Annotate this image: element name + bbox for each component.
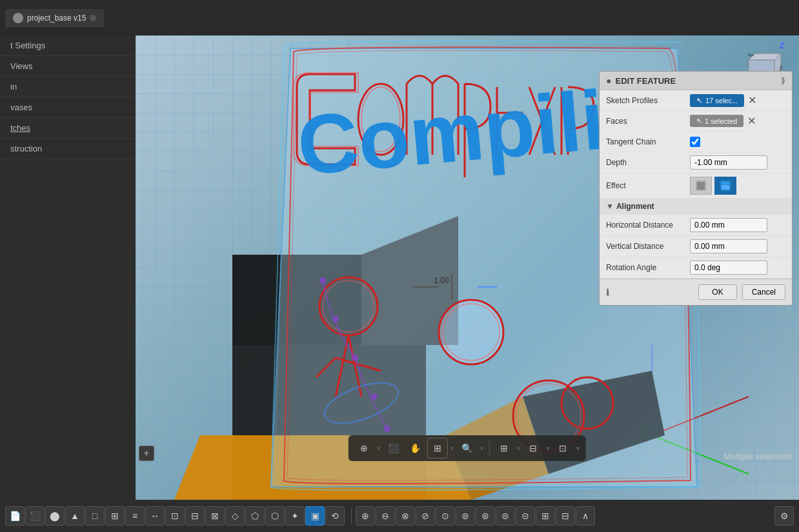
tool-box[interactable]: □ xyxy=(85,506,105,526)
svg-rect-42 xyxy=(697,182,705,190)
sidebar-item-views[interactable]: Views xyxy=(0,56,136,77)
faces-clear-btn[interactable]: ✕ xyxy=(746,115,757,127)
panel-expand-icon[interactable]: ● xyxy=(606,75,611,86)
zoom-btn[interactable]: 🔍 xyxy=(457,438,478,458)
svg-text:Top: Top xyxy=(747,53,754,57)
tool-pentagon[interactable]: ⬠ xyxy=(245,506,265,526)
zoom-arrow[interactable]: ▼ xyxy=(479,445,485,452)
tool-array[interactable]: ⊡ xyxy=(165,506,185,526)
tool-star[interactable]: ✦ xyxy=(285,506,305,526)
project-tab[interactable]: project_base v15 xyxy=(5,9,104,27)
tool-boolean[interactable]: ⊠ xyxy=(205,506,225,526)
tool-r3[interactable]: ⊗ xyxy=(396,506,415,526)
sketch-profiles-value: 17 selec... xyxy=(705,97,738,104)
tool-mirror[interactable]: ⊟ xyxy=(185,506,205,526)
tool-r6[interactable]: ⊚ xyxy=(456,506,475,526)
tool-active[interactable]: ▣ xyxy=(305,506,325,526)
tool-cube[interactable]: ⬛ xyxy=(25,506,45,526)
effect-btn-1[interactable] xyxy=(690,177,712,195)
faces-btn[interactable]: ↖ 1 selected xyxy=(690,115,743,127)
depth-control xyxy=(690,155,785,170)
depth-label: Depth xyxy=(606,158,690,167)
rotation-angle-row: Rotation Angle xyxy=(600,257,792,279)
tool-r1[interactable]: ⊕ xyxy=(356,506,375,526)
sidebar-item-in[interactable]: in xyxy=(0,77,136,97)
add-button[interactable]: + xyxy=(139,446,154,461)
snap-arrow[interactable]: ▼ xyxy=(545,445,551,452)
alignment-collapse-icon[interactable]: ▼ xyxy=(606,202,614,211)
tool-r9[interactable]: ⊝ xyxy=(516,506,535,526)
cancel-button[interactable]: Cancel xyxy=(742,284,785,300)
faces-value: 1 selected xyxy=(705,117,737,125)
tangent-chain-control xyxy=(690,137,785,147)
ok-button[interactable]: OK xyxy=(698,284,736,300)
tool-r4[interactable]: ⊘ xyxy=(416,506,435,526)
depth-input[interactable] xyxy=(690,155,767,170)
svg-text:1.00: 1.00 xyxy=(434,276,449,285)
tool-r8[interactable]: ⊜ xyxy=(496,506,515,526)
svg-rect-45 xyxy=(722,182,729,184)
toolbar-sep xyxy=(351,508,352,524)
tool-transform[interactable]: ↔ xyxy=(145,506,165,526)
tangent-chain-checkbox-container xyxy=(690,137,700,147)
alignment-title: Alignment xyxy=(616,202,654,211)
rotation-angle-input[interactable] xyxy=(690,261,767,275)
edit-panel-header: ● EDIT FEATURE ⟫ xyxy=(600,72,792,90)
sketch-profiles-clear-btn[interactable]: ✕ xyxy=(747,94,758,106)
grid-arrow[interactable]: ▼ xyxy=(516,445,522,452)
box-select-btn[interactable]: ⬛ xyxy=(383,438,404,458)
effect-btn-2[interactable] xyxy=(714,177,736,195)
tool-diamond[interactable]: ◇ xyxy=(225,506,245,526)
sep1 xyxy=(489,440,490,456)
project-name: project_base v15 xyxy=(27,14,86,23)
tool-r11[interactable]: ⊟ xyxy=(556,506,575,526)
display-arrow[interactable]: ▼ xyxy=(574,445,581,452)
effect-control xyxy=(690,177,785,195)
tool-wedge[interactable]: ∧ xyxy=(576,506,595,526)
edit-panel: ● EDIT FEATURE ⟫ Sketch Profiles ↖ 17 se… xyxy=(599,71,793,306)
horizontal-distance-row: Horizontal Distance xyxy=(600,215,792,236)
sidebar: t Settings Views in vases tches structio… xyxy=(0,35,136,500)
tool-grid[interactable]: ⊞ xyxy=(105,506,125,526)
tool-list[interactable]: ≡ xyxy=(125,506,145,526)
tool-r2[interactable]: ⊖ xyxy=(376,506,395,526)
rotation-angle-label: Rotation Angle xyxy=(606,263,690,272)
sidebar-item-vases[interactable]: vases xyxy=(0,97,136,118)
panel-pin-icon[interactable]: ⟫ xyxy=(781,76,785,85)
tangent-chain-checkbox[interactable] xyxy=(690,137,700,147)
tool-r7[interactable]: ⊛ xyxy=(476,506,495,526)
zoom-fit-arrow[interactable]: ▼ xyxy=(449,445,456,452)
faces-row: Faces ↖ 1 selected ✕ xyxy=(600,111,792,132)
sidebar-item-settings[interactable]: t Settings xyxy=(0,35,136,56)
tool-r5[interactable]: ⊙ xyxy=(436,506,455,526)
effect-row: Effect xyxy=(600,173,792,199)
effect-icon-1 xyxy=(694,179,707,192)
select-tool-btn[interactable]: ⊕ xyxy=(354,438,374,458)
svg-point-19 xyxy=(439,300,503,364)
svg-point-31 xyxy=(371,393,378,400)
cursor-icon: ↖ xyxy=(696,96,703,105)
vertical-distance-input[interactable] xyxy=(690,239,767,253)
sidebar-item-struction[interactable]: struction xyxy=(0,139,136,159)
multi-select-label: Multiple selections xyxy=(724,451,793,461)
svg-rect-44 xyxy=(722,185,729,190)
pan-btn[interactable]: ✋ xyxy=(405,438,426,458)
settings-btn[interactable]: ⚙ xyxy=(774,506,794,526)
horizontal-distance-input[interactable] xyxy=(690,218,767,232)
tool-wrap[interactable]: ⟲ xyxy=(325,506,345,526)
svg-text:Z: Z xyxy=(780,41,784,50)
tool-hex[interactable]: ⬡ xyxy=(265,506,285,526)
sketch-profiles-btn[interactable]: ↖ 17 selec... xyxy=(690,94,744,107)
select-arrow[interactable]: ▼ xyxy=(376,445,382,452)
info-icon: ℹ xyxy=(606,287,609,297)
sidebar-item-tches[interactable]: tches xyxy=(0,118,136,139)
grid-btn[interactable]: ⊞ xyxy=(494,438,514,458)
snap-btn[interactable]: ⊟ xyxy=(523,438,543,458)
tool-doc[interactable]: 📄 xyxy=(5,506,25,526)
tool-r10[interactable]: ⊞ xyxy=(536,506,555,526)
tool-circle[interactable]: ⬤ xyxy=(45,506,65,526)
zoom-fit-btn[interactable]: ⊞ xyxy=(427,438,448,458)
display-btn[interactable]: ⊡ xyxy=(552,438,573,458)
depth-row: Depth xyxy=(600,152,792,173)
tool-triangle[interactable]: ▲ xyxy=(65,506,85,526)
